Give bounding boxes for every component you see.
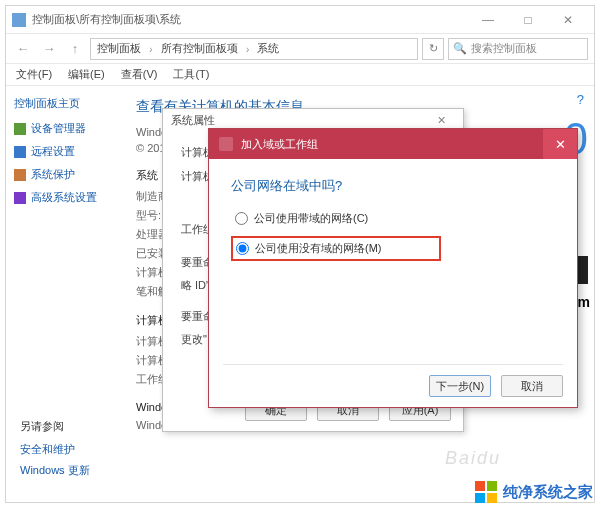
menu-file[interactable]: 文件(F) (16, 67, 52, 82)
maximize-button[interactable]: □ (508, 8, 548, 32)
device-icon (14, 123, 26, 135)
titlebar: 控制面板\所有控制面板项\系统 — □ ✕ (6, 6, 594, 34)
dialog-title: 系统属性 (171, 113, 215, 128)
crumb-1[interactable]: 控制面板 (97, 41, 141, 56)
close-button[interactable]: ✕ (548, 8, 588, 32)
shield-icon (14, 169, 26, 181)
crumb-sep-icon: › (246, 43, 250, 55)
crumb-3[interactable]: 系统 (257, 41, 279, 56)
next-button[interactable]: 下一步(N) (429, 375, 491, 397)
refresh-button[interactable]: ↻ (422, 38, 444, 60)
sidebar-item-label: 设备管理器 (31, 121, 86, 136)
sidebar-footer: 另请参阅 安全和维护 Windows 更新 (20, 419, 90, 484)
footer-link-update[interactable]: Windows 更新 (20, 463, 90, 478)
nav-row: ← → ↑ 控制面板 › 所有控制面板项 › 系统 ↻ 🔍 搜索控制面板 (6, 34, 594, 64)
sidebar-item-label: 高级系统设置 (31, 190, 97, 205)
search-icon: 🔍 (453, 42, 467, 55)
wizard-icon (219, 137, 233, 151)
up-button[interactable]: ↑ (64, 38, 86, 60)
crumb-sep-icon: › (149, 43, 153, 55)
sidebar: 控制面板主页 设备管理器 远程设置 系统保护 高级系统设置 另请参阅 安全和维护… (6, 86, 118, 472)
windows-logo-icon (475, 481, 497, 503)
minimize-button[interactable]: — (468, 8, 508, 32)
site-watermark: 纯净系统之家 (475, 481, 593, 503)
dialog-close-button[interactable]: ✕ (543, 129, 577, 159)
gear-icon (14, 192, 26, 204)
faint-watermark: Baidu (445, 448, 501, 469)
menu-edit[interactable]: 编辑(E) (68, 67, 105, 82)
dialog-body: 公司网络在域中吗? 公司使用带域的网络(C) 公司使用没有域的网络(M) (209, 159, 577, 287)
menu-bar: 文件(F) 编辑(E) 查看(V) 工具(T) (6, 64, 594, 86)
sidebar-item-advanced[interactable]: 高级系统设置 (14, 190, 110, 205)
window-title: 控制面板\所有控制面板项\系统 (32, 12, 468, 27)
dialog-titlebar[interactable]: 加入域或工作组 ✕ (209, 129, 577, 159)
sidebar-home[interactable]: 控制面板主页 (14, 96, 110, 111)
radio-with-domain[interactable] (235, 212, 248, 225)
dialog-buttons: 下一步(N) 取消 (223, 364, 563, 397)
search-placeholder: 搜索控制面板 (471, 41, 537, 56)
sidebar-item-remote[interactable]: 远程设置 (14, 144, 110, 159)
cancel-button[interactable]: 取消 (501, 375, 563, 397)
dialog-close-button[interactable]: ✕ (427, 114, 455, 127)
sidebar-item-protection[interactable]: 系统保护 (14, 167, 110, 182)
option-label: 公司使用带域的网络(C) (254, 211, 368, 226)
option-without-domain[interactable]: 公司使用没有域的网络(M) (231, 236, 441, 261)
search-input[interactable]: 🔍 搜索控制面板 (448, 38, 588, 60)
remote-icon (14, 146, 26, 158)
help-icon[interactable]: ? (577, 92, 584, 107)
footer-link-security[interactable]: 安全和维护 (20, 442, 90, 457)
sidebar-item-label: 系统保护 (31, 167, 75, 182)
window-icon (12, 13, 26, 27)
breadcrumb[interactable]: 控制面板 › 所有控制面板项 › 系统 (90, 38, 418, 60)
forward-button[interactable]: → (38, 38, 60, 60)
menu-tools[interactable]: 工具(T) (173, 67, 209, 82)
question-text: 公司网络在域中吗? (231, 177, 555, 195)
join-domain-dialog: 加入域或工作组 ✕ 公司网络在域中吗? 公司使用带域的网络(C) 公司使用没有域… (208, 128, 578, 408)
option-with-domain[interactable]: 公司使用带域的网络(C) (231, 209, 555, 228)
sidebar-item-label: 远程设置 (31, 144, 75, 159)
radio-without-domain[interactable] (236, 242, 249, 255)
sidebar-item-device-manager[interactable]: 设备管理器 (14, 121, 110, 136)
back-button[interactable]: ← (12, 38, 34, 60)
crumb-2[interactable]: 所有控制面板项 (161, 41, 238, 56)
option-label: 公司使用没有域的网络(M) (255, 241, 382, 256)
menu-view[interactable]: 查看(V) (121, 67, 158, 82)
watermark-text: 纯净系统之家 (503, 483, 593, 502)
footer-head: 另请参阅 (20, 419, 90, 434)
dialog-title: 加入域或工作组 (241, 137, 318, 152)
